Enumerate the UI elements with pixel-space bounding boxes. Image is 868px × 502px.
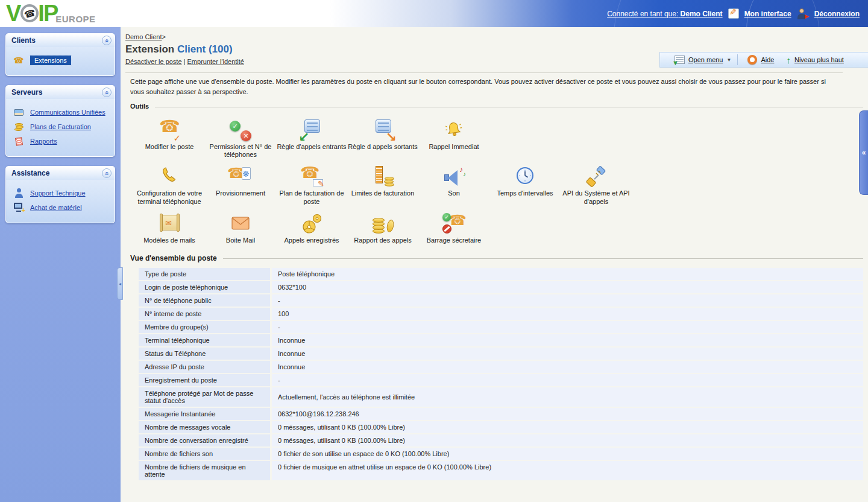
aide-button[interactable]: Aide bbox=[741, 55, 780, 65]
billing-limits-icon bbox=[370, 166, 396, 188]
recorded-calls-reel-icon bbox=[298, 213, 325, 235]
tool-extension-billing-plan[interactable]: ☎ ✎ Plan de facturation de poste bbox=[276, 166, 347, 205]
help-icon bbox=[747, 55, 757, 65]
provisioning-icon: ☎ bbox=[227, 166, 254, 188]
edit-interface-icon: ✎ bbox=[728, 8, 739, 19]
billing-plans-coins-icon bbox=[13, 122, 24, 132]
connected-as-link[interactable]: Connecté en tant que: Demo Client bbox=[607, 10, 722, 18]
disable-extension-link[interactable]: Désactiver le poste bbox=[125, 58, 182, 65]
page-title-highlight: Client (100) bbox=[177, 43, 233, 55]
collapse-sidebar-handle[interactable]: ◂ bbox=[117, 267, 123, 300]
unified-communications-icon bbox=[13, 107, 24, 117]
impersonate-link[interactable]: Emprunter l'identité bbox=[187, 58, 244, 65]
table-row: Nombre de fichiers son0 fichier de son u… bbox=[139, 448, 863, 460]
tools-section-header: Outils bbox=[130, 103, 863, 110]
handset-icon bbox=[156, 166, 183, 188]
table-row: Nombre de fichiers de musique en attente… bbox=[139, 461, 863, 480]
api-plug-icon bbox=[583, 166, 609, 188]
sidebar-item-extensions-label[interactable]: Extensions bbox=[30, 56, 71, 65]
table-row: Enregistrement du poste- bbox=[139, 374, 863, 386]
table-row: Type de postePoste téléphonique bbox=[139, 268, 863, 280]
toolbar-separator bbox=[737, 54, 738, 65]
sidebar-panel-serveurs: Serveurs « Communications Unifiées Plans… bbox=[5, 85, 115, 157]
clock-icon bbox=[512, 166, 538, 188]
sidebar-panel-assistance: Assistance « Support Technique + Achat d… bbox=[5, 166, 115, 223]
collapse-clients-button[interactable]: « bbox=[102, 36, 112, 45]
tool-billing-limits[interactable]: Limites de facturation bbox=[347, 166, 418, 205]
table-row: Nombre de messages vocale0 méssages, uti… bbox=[139, 421, 863, 433]
sidebar-item-plans-facturation[interactable]: Plans de Facturation bbox=[13, 122, 112, 132]
table-row: Membre du groupe(s)- bbox=[139, 321, 863, 333]
sidebar: Clients « ☎ Extensions Serveurs « Commun… bbox=[0, 27, 121, 502]
breadcrumb: Demo Client> bbox=[125, 27, 868, 40]
sidebar-panel-clients: Clients « ☎ Extensions bbox=[5, 33, 115, 76]
open-menu-caret-icon: ▼ bbox=[726, 57, 731, 63]
tool-secretary-screening[interactable]: ☎ ✓ Barrage sécretaire bbox=[418, 213, 489, 244]
secretary-screening-icon: ☎ ✓ bbox=[441, 213, 467, 235]
collapse-serveurs-button[interactable]: « bbox=[102, 87, 112, 97]
tool-mailbox[interactable]: Boite Mail bbox=[205, 213, 276, 244]
call-report-coins-icon bbox=[370, 213, 396, 235]
sidebar-item-extensions[interactable]: ☎ Extensions bbox=[13, 56, 112, 65]
overview-table: Type de postePoste téléphonique Login de… bbox=[139, 268, 863, 480]
sidebar-item-communications-unifiees[interactable]: Communications Unifiées bbox=[13, 107, 112, 117]
tool-time-intervals[interactable]: Temps d'intervalles bbox=[489, 166, 561, 205]
tools-grid: ☎ ✓ Modifier le poste ✓ ✕ Permissions et… bbox=[134, 119, 868, 244]
tool-modify-extension[interactable]: ☎ ✓ Modifier le poste bbox=[134, 119, 205, 159]
collapse-assistance-button[interactable]: « bbox=[102, 168, 112, 178]
mon-interface-link[interactable]: Mon interface bbox=[744, 10, 791, 18]
table-row: Login de poste téléphonique0632*100 bbox=[139, 281, 863, 293]
table-row: N° de téléphone public- bbox=[139, 294, 863, 307]
overview-section-header: Vue d'ensemble du poste bbox=[130, 254, 863, 262]
level-up-arrow-icon: ↑ bbox=[786, 56, 791, 65]
breadcrumb-demo-client-link[interactable]: Demo Client bbox=[125, 33, 162, 40]
panel-title-assistance: Assistance bbox=[11, 169, 49, 177]
level-up-button[interactable]: ↑ Niveau plus haut bbox=[780, 56, 849, 65]
table-row: Adresse IP du posteInconnue bbox=[139, 361, 863, 373]
bell-icon bbox=[441, 119, 467, 141]
top-header: Connecté en tant que: Demo Client ✎ Mon … bbox=[0, 0, 868, 27]
phone-edit-icon: ☎ ✓ bbox=[156, 119, 183, 141]
hardware-monitor-icon: + bbox=[13, 203, 24, 212]
overview-section: Vue d'ensemble du poste Type de postePos… bbox=[130, 254, 863, 480]
sidebar-item-support-technique[interactable]: Support Technique bbox=[13, 188, 112, 198]
tool-recorded-calls[interactable]: Appels enregistrés bbox=[276, 213, 347, 244]
page-description: Cette page affiche une vue d'ensemble du… bbox=[125, 72, 843, 101]
tool-api[interactable]: API du Système et API d'appels bbox=[561, 166, 632, 205]
support-person-icon bbox=[13, 188, 24, 198]
table-row: Téléphone protégé par Mot de passe statu… bbox=[139, 387, 863, 407]
tool-immediate-callback[interactable]: Rappel Immediat bbox=[418, 119, 489, 159]
mail-templates-scroll-icon: ✉ bbox=[156, 213, 183, 235]
tool-permissions-numbers[interactable]: ✓ ✕ Permissions et N° de téléphones bbox=[205, 119, 276, 159]
collapse-right-panel-tab[interactable]: « bbox=[859, 110, 868, 195]
table-row: Nombre de conversation enregistré0 méssa… bbox=[139, 434, 863, 446]
tool-provisioning[interactable]: ☎ Provisionnement bbox=[205, 166, 276, 205]
tool-mail-templates[interactable]: ✉ Modèles de mails bbox=[134, 213, 205, 244]
page-toolbar: ▼ Open menu ▼ Aide ↑ Niveau plus haut bbox=[659, 52, 868, 68]
table-row: Status du TéléphoneInconnue bbox=[139, 348, 863, 360]
tool-sound[interactable]: ♪ ♪ Son bbox=[418, 166, 489, 205]
phone-logo-icon: ☎ bbox=[20, 4, 39, 22]
mailbox-envelope-icon bbox=[227, 213, 254, 235]
tool-terminal-configuration[interactable]: Configuration de votre terminal téléphon… bbox=[134, 166, 205, 205]
logout-icon: ► bbox=[797, 8, 809, 19]
sidebar-item-achat-materiel[interactable]: + Achat de matériel bbox=[13, 203, 112, 212]
table-row: Messagerie Instantanée0632*100@196.12.23… bbox=[139, 408, 863, 420]
inbound-rules-icon: ↙ bbox=[298, 119, 325, 141]
deconnexion-link[interactable]: Déconnexion bbox=[814, 10, 860, 18]
report-document-icon bbox=[13, 136, 24, 146]
outbound-rules-icon: ↘ bbox=[370, 119, 396, 141]
open-menu-icon: ▼ bbox=[675, 56, 685, 64]
panel-title-clients: Clients bbox=[11, 36, 36, 45]
tool-inbound-call-rules[interactable]: ↙ Règle d'appels entrants bbox=[276, 119, 347, 159]
tool-outbound-call-rules[interactable]: ↘ Règle d appels sortants bbox=[347, 119, 418, 159]
main-content: Demo Client> Extension Client (100) Désa… bbox=[121, 27, 868, 502]
sidebar-item-rapports[interactable]: Rapports bbox=[13, 136, 112, 146]
extension-phone-icon: ☎ bbox=[13, 56, 24, 65]
open-menu-button[interactable]: ▼ Open menu ▼ bbox=[668, 56, 737, 64]
permissions-check-cross-icon: ✓ ✕ bbox=[227, 119, 254, 141]
sound-speaker-icon: ♪ ♪ bbox=[441, 166, 467, 188]
tool-call-report[interactable]: Rapport des appels bbox=[347, 213, 418, 244]
billing-plan-icon: ☎ ✎ bbox=[298, 166, 325, 188]
panel-title-serveurs: Serveurs bbox=[11, 88, 42, 97]
